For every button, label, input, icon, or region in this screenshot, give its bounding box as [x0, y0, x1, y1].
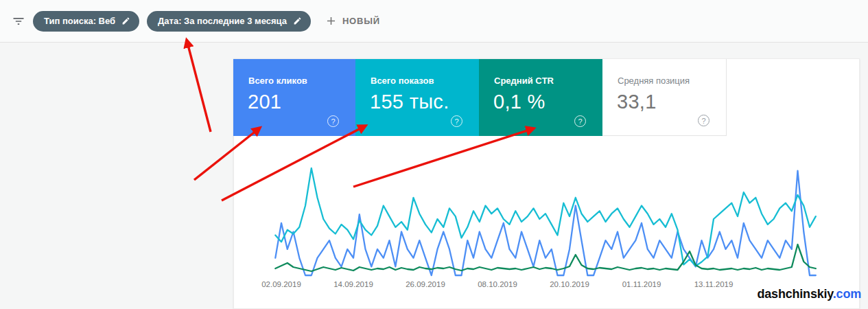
card-average-ctr[interactable]: Средний CTR 0,1 % ?: [479, 59, 602, 136]
chip-search-type-label: Тип поиска: Веб: [44, 16, 115, 26]
chart-canvas: [248, 159, 845, 279]
watermark: dashchinskiy.com: [757, 287, 861, 301]
x-axis-label: 20.10.2019: [539, 280, 600, 288]
watermark-tld: .com: [833, 287, 861, 301]
card-average-position-label: Средняя позиция: [618, 76, 690, 86]
x-axis-label: 13.11.2019: [683, 280, 744, 288]
card-average-position-value: 33,1: [617, 91, 657, 113]
chart-line-clicks: [275, 171, 816, 275]
card-total-clicks[interactable]: Всего кликов 201 ?: [233, 59, 355, 136]
search-console-screen: Тип поиска: Веб Дата: За последние 3 мес…: [0, 0, 868, 309]
card-total-impressions[interactable]: Всего показов 155 тыс. ?: [355, 59, 479, 136]
chip-search-type[interactable]: Тип поиска: Веб: [33, 11, 139, 32]
chip-date-filter-label: Дата: За последние 3 месяца: [158, 16, 287, 26]
x-axis-label: 14.09.2019: [322, 280, 384, 288]
chip-date-filter[interactable]: Дата: За последние 3 месяца: [147, 11, 311, 32]
help-question-icon[interactable]: ?: [451, 115, 462, 127]
filter-list-glyph: [12, 14, 25, 28]
new-filter-label: НОВЫЙ: [342, 16, 380, 26]
pencil-edit-icon: [121, 16, 130, 25]
metric-cards-row: Всего кликов 201 ? Всего показов 155 тыс…: [234, 59, 859, 136]
watermark-name: dashchinskiy: [757, 287, 832, 301]
x-axis-label: 02.09.2019: [250, 280, 312, 288]
card-average-ctr-value: 0,1 %: [493, 91, 546, 113]
help-question-icon[interactable]: ?: [698, 115, 709, 126]
annotation-arrow-date-filter-chip: [187, 40, 211, 132]
x-axis-label: 26.09.2019: [395, 280, 456, 288]
performance-panel: Всего кликов 201 ? Всего показов 155 тыс…: [233, 58, 860, 309]
help-question-icon[interactable]: ?: [574, 115, 586, 127]
x-axis-label: 08.10.2019: [467, 280, 528, 288]
card-total-clicks-label: Всего кликов: [248, 76, 307, 86]
card-total-clicks-value: 201: [248, 91, 281, 113]
x-axis-label: 01.11.2019: [611, 280, 672, 288]
topbar: Тип поиска: Веб Дата: За последние 3 мес…: [0, 0, 868, 43]
card-total-impressions-value: 155 тыс.: [370, 91, 449, 113]
new-filter-button[interactable]: НОВЫЙ: [325, 14, 380, 27]
card-average-position[interactable]: Средняя позиция 33,1 ?: [602, 59, 727, 136]
performance-chart[interactable]: [248, 159, 845, 279]
pencil-edit-icon: [293, 16, 302, 25]
card-average-ctr-label: Средний CTR: [494, 76, 554, 86]
help-question-icon[interactable]: ?: [327, 115, 339, 127]
filter-list-icon[interactable]: [7, 10, 30, 33]
plus-icon: [325, 14, 338, 27]
card-total-impressions-label: Всего показов: [371, 76, 434, 86]
